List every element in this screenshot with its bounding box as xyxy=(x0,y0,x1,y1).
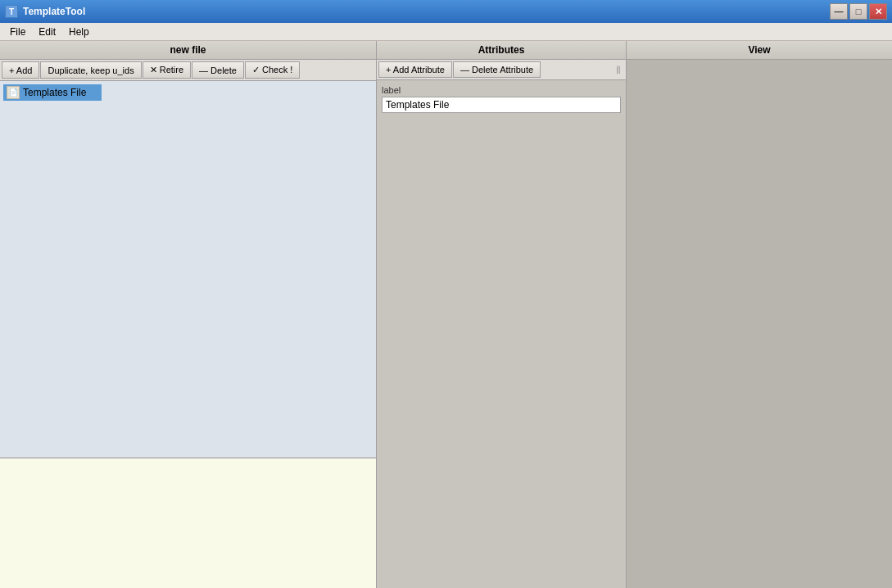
delete-button[interactable]: — Delete xyxy=(192,61,244,79)
attributes-panel: Attributes + Add Attribute — Delete Attr… xyxy=(377,41,627,588)
menu-file[interactable]: File xyxy=(3,25,32,39)
attributes-content: label xyxy=(377,80,626,588)
tree-item-templates-file[interactable]: 📄 Templates File xyxy=(3,84,102,101)
close-button[interactable]: ✕ xyxy=(869,3,887,20)
main-area: new file + Add Duplicate, keep u_ids ✕ R… xyxy=(0,41,892,588)
menu-help[interactable]: Help xyxy=(62,25,96,39)
attributes-toolbar: + Add Attribute — Delete Attribute ⦀ xyxy=(377,60,626,80)
duplicate-button[interactable]: Duplicate, keep u_ids xyxy=(40,61,141,79)
left-panel: new file + Add Duplicate, keep u_ids ✕ R… xyxy=(0,41,377,588)
add-button[interactable]: + Add xyxy=(2,61,39,79)
view-panel: View xyxy=(627,41,892,588)
drag-handle-icon[interactable]: ⦀ xyxy=(613,63,624,77)
view-content-area xyxy=(627,60,892,588)
file-icon: 📄 xyxy=(7,86,20,99)
bottom-preview-area xyxy=(0,457,376,588)
view-panel-header: View xyxy=(627,41,892,60)
add-attribute-button[interactable]: + Add Attribute xyxy=(378,61,452,78)
window-title: TemplateTool xyxy=(23,6,830,17)
minimize-button[interactable]: — xyxy=(830,3,848,20)
left-toolbar: + Add Duplicate, keep u_ids ✕ Retire — D… xyxy=(0,60,376,81)
tree-area[interactable]: 📄 Templates File xyxy=(0,81,376,457)
title-bar: T TemplateTool — □ ✕ xyxy=(0,0,892,23)
attributes-panel-header: Attributes xyxy=(377,41,626,60)
left-panel-header: new file xyxy=(0,41,376,60)
app-container: new file + Add Duplicate, keep u_ids ✕ R… xyxy=(0,41,892,588)
check-button[interactable]: ✓ Check ! xyxy=(245,61,300,79)
menu-bar: File Edit Help xyxy=(0,23,892,41)
window-controls: — □ ✕ xyxy=(830,3,887,20)
maximize-button[interactable]: □ xyxy=(849,3,867,20)
menu-edit[interactable]: Edit xyxy=(32,25,62,39)
tree-item-label: Templates File xyxy=(23,87,86,98)
app-icon: T xyxy=(5,5,18,18)
label-field-input[interactable] xyxy=(382,97,621,113)
label-field-label: label xyxy=(382,85,621,95)
retire-button[interactable]: ✕ Retire xyxy=(143,61,191,79)
delete-attribute-button[interactable]: — Delete Attribute xyxy=(453,61,541,78)
